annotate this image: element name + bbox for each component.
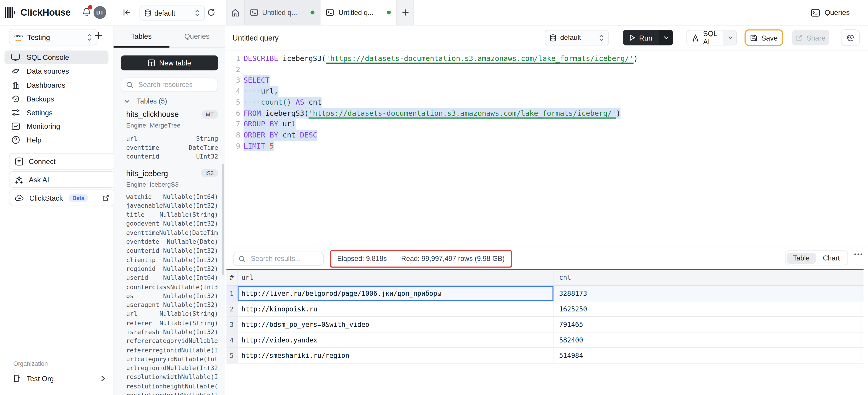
brand-logo[interactable]: ClickHouse [5, 0, 71, 25]
table-row[interactable]: 2http://kinopoisk.ru1625250 [226, 302, 864, 317]
cnt-cell[interactable]: 582400 [554, 333, 862, 347]
code-line[interactable]: 5····count() AS cnt [225, 97, 868, 108]
tables-group-header[interactable]: Tables (5) [124, 97, 167, 105]
column-row[interactable]: useridNullable(Int64) [126, 273, 218, 282]
url-cell[interactable]: http://video.yandex [238, 333, 554, 347]
org-selector[interactable]: Test Org [9, 371, 108, 386]
column-row[interactable]: useragentNullable(Int32) [126, 301, 218, 310]
column-row[interactable]: eventtimeNullable(DateTime6 [126, 228, 218, 237]
column-row[interactable]: resolutionheightNullable(In [126, 382, 218, 391]
column-row[interactable]: goodeventNullable(Int32) [126, 219, 218, 228]
tab-queries[interactable]: Queries [169, 26, 225, 47]
column-row[interactable]: counteridUInt32 [126, 152, 218, 161]
resources-search[interactable] [121, 78, 218, 92]
column-row[interactable]: refererNullable(String) [126, 319, 218, 328]
share-button[interactable]: Share [792, 30, 829, 46]
column-row[interactable]: eventdateNullable(Date) [126, 237, 218, 247]
column-header-cnt[interactable]: cnt [554, 270, 862, 285]
table-row[interactable]: 4http://video.yandex582400 [226, 333, 864, 348]
sidebar-item-data-sources[interactable]: Data sources [4, 64, 108, 78]
tab-tables[interactable]: Tables [114, 26, 169, 47]
table-entry-head[interactable]: hits_clickhouseMT [126, 109, 218, 120]
column-row[interactable]: counteridNullable(Int32) [126, 247, 218, 255]
column-row[interactable]: eventtimeDateTime [126, 143, 218, 152]
editor-database-selector[interactable]: default [545, 30, 609, 46]
view-table-button[interactable]: Table [786, 252, 816, 263]
run-button[interactable]: Run [623, 30, 659, 46]
sidebar-item-backups[interactable]: Backups [4, 92, 108, 106]
column-row[interactable]: urlNullable(String) [126, 310, 218, 319]
table-entry[interactable]: hits_clickhouseMTEngine: MergeTreeurlStr… [126, 109, 218, 161]
url-cell[interactable]: http://bdsm_po_yers=0&with_video [238, 317, 554, 332]
column-header-url[interactable]: url [238, 270, 554, 285]
column-row[interactable]: counterclassNullable(Int32) [126, 282, 218, 291]
code-line[interactable]: 4····url, [225, 86, 868, 97]
table-entry[interactable]: hits_icebergIS3Engine: IcebergS3watchidN… [126, 168, 218, 395]
tab-untitled-query-2[interactable]: Untitled q... [321, 0, 397, 25]
column-row[interactable]: titleNullable(String) [126, 210, 218, 219]
column-row[interactable]: watchidNullable(Int64) [126, 192, 218, 201]
code-line[interactable]: 1DESCRIBE icebergS3('https://datasets-do… [225, 53, 868, 64]
table-row[interactable]: 3http://bdsm_po_yers=0&with_video791465 [226, 317, 864, 333]
sql-ai-button[interactable]: SQL AI [687, 30, 723, 46]
cnt-cell[interactable]: 514984 [554, 348, 862, 363]
query-title[interactable]: Untitled query [232, 26, 279, 50]
new-table-button[interactable]: New table [121, 56, 218, 70]
save-button[interactable]: Save [744, 29, 783, 46]
clickstack-button[interactable]: ClickStack Beta [9, 190, 115, 206]
column-row[interactable]: resolutiondepthNullable(In [126, 391, 218, 395]
more-options-icon[interactable] [854, 253, 863, 255]
column-row[interactable]: urlregionidNullable(Int32) [126, 364, 218, 373]
url-cell[interactable]: http://liver.ru/belgorod/page/1006.jки/д… [238, 286, 554, 301]
column-row[interactable]: referercategoryidNullable(I [126, 337, 218, 346]
column-header-index[interactable]: # [226, 270, 238, 285]
ask-ai-button[interactable]: Ask AI [9, 171, 115, 188]
results-search[interactable] [233, 252, 324, 266]
resources-scrollbar[interactable] [222, 164, 224, 275]
results-search-input[interactable] [250, 254, 318, 263]
code-line[interactable]: 6FROM icebergS3('https://datasets-docume… [225, 108, 868, 119]
code-line[interactable]: 3SELECT [225, 75, 868, 86]
workspace-selector[interactable]: aws Testing [9, 29, 97, 45]
resources-search-input[interactable] [137, 80, 212, 89]
cnt-cell[interactable]: 1625250 [554, 302, 862, 316]
cnt-cell[interactable]: 3288173 [554, 286, 862, 301]
database-selector[interactable]: default [140, 5, 205, 20]
code-line[interactable]: 9LIMIT 5 [225, 140, 868, 151]
queries-button[interactable]: Queries [811, 0, 850, 25]
column-row[interactable]: resolutionwidthNullable(Int [126, 373, 218, 382]
column-row[interactable]: regionidNullable(Int32) [126, 264, 218, 274]
column-row[interactable]: isrefreshNullable(Int32) [126, 328, 218, 337]
tab-untitled-query-1[interactable]: Untitled q... [244, 0, 321, 25]
refresh-icon[interactable] [207, 8, 215, 17]
sidebar-item-dashboards[interactable]: Dashboards [4, 78, 108, 92]
run-options-button[interactable] [659, 30, 673, 46]
code-line[interactable]: 2 [225, 64, 868, 75]
view-chart-button[interactable]: Chart [816, 252, 846, 263]
table-entry-head[interactable]: hits_icebergIS3 [126, 168, 218, 179]
home-button[interactable] [226, 0, 245, 25]
query-history-button[interactable] [841, 29, 860, 46]
column-row[interactable]: clientipNullable(Int32) [126, 255, 218, 264]
url-cell[interactable]: http://kinopoisk.ru [238, 302, 554, 316]
sidebar-item-settings[interactable]: Settings [4, 106, 108, 119]
table-row[interactable]: 1http://liver.ru/belgorod/page/1006.jки/… [226, 286, 864, 302]
avatar[interactable]: DT [93, 6, 106, 19]
connect-button[interactable]: Connect [9, 153, 115, 169]
sql-ai-options-button[interactable] [723, 30, 736, 46]
new-tab-button[interactable] [397, 0, 413, 25]
table-row[interactable]: 5http://smeshariki.ru/region514984 [226, 348, 864, 364]
url-cell[interactable]: http://smeshariki.ru/region [238, 348, 554, 363]
sql-editor[interactable]: 1DESCRIBE icebergS3('https://datasets-do… [225, 51, 868, 251]
column-row[interactable]: urlString [126, 134, 218, 143]
column-row[interactable]: osNullable(Int32) [126, 291, 218, 301]
collapse-sidebar-icon[interactable] [123, 9, 130, 16]
code-line[interactable]: 7GROUP BY url [225, 119, 868, 130]
column-row[interactable]: javaenableNullable(Int32) [126, 201, 218, 210]
sidebar-item-sql-console[interactable]: SQL Console [4, 51, 108, 64]
column-row[interactable]: urlcategoryidNullable(Int32 [126, 355, 218, 364]
column-row[interactable]: refererregionidNullable(Int [126, 346, 218, 355]
add-service-button[interactable] [95, 31, 102, 39]
code-line[interactable]: 8ORDER BY cnt DESC [225, 130, 868, 140]
sidebar-item-monitoring[interactable]: Monitoring [4, 119, 108, 133]
